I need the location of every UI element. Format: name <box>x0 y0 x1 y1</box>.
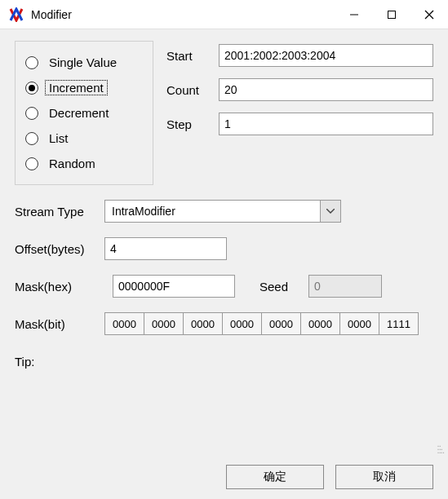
maximize-button[interactable] <box>373 0 410 29</box>
mask-bit-cell[interactable]: 0000 <box>183 312 223 335</box>
radio-icon <box>25 107 38 120</box>
radio-label: Random <box>49 157 95 170</box>
minimize-button[interactable] <box>335 0 373 29</box>
offset-input[interactable] <box>104 237 227 260</box>
mask-bit-cell[interactable]: 0000 <box>339 312 379 335</box>
radio-decrement[interactable]: Decrement <box>24 100 140 126</box>
radio-icon <box>25 157 38 170</box>
stream-type-label: Stream Type <box>15 205 104 219</box>
radio-label: List <box>49 131 68 145</box>
radio-label: Decrement <box>49 106 109 120</box>
window-title: Modifier <box>31 8 335 21</box>
seed-label: Seed <box>259 280 300 294</box>
mask-bit-label: Mask(bit) <box>15 317 104 331</box>
app-icon <box>8 7 24 23</box>
count-label: Count <box>166 83 219 97</box>
radio-label: Single Value <box>49 55 117 69</box>
content-area: Single Value Increment Decrement List Ra… <box>0 29 448 499</box>
radio-icon <box>25 56 38 69</box>
seed-input <box>308 275 382 298</box>
radio-single-value[interactable]: Single Value <box>24 50 140 75</box>
resize-grip-icon[interactable]: . .. . .. . . . <box>437 442 443 452</box>
start-label: Start <box>166 49 219 63</box>
step-label: Step <box>166 117 219 131</box>
radio-label: Increment <box>49 81 104 95</box>
mask-bit-cell[interactable]: 0000 <box>144 312 184 335</box>
stream-type-select[interactable]: IntraModifier <box>104 200 341 223</box>
radio-increment[interactable]: Increment <box>24 75 140 100</box>
params-panel: Start Count Step <box>166 41 433 185</box>
ok-button[interactable]: 确定 <box>226 465 324 489</box>
radio-icon <box>25 132 38 145</box>
offset-label: Offset(bytes) <box>15 242 104 256</box>
radio-random[interactable]: Random <box>24 151 140 176</box>
mask-bit-cell[interactable]: 0000 <box>300 312 340 335</box>
titlebar: Modifier <box>0 0 448 29</box>
radio-icon <box>25 82 38 95</box>
mask-hex-label: Mask(hex) <box>15 280 104 294</box>
chevron-down-icon[interactable] <box>320 200 341 223</box>
svg-rect-1 <box>388 11 396 18</box>
step-input[interactable] <box>219 113 433 135</box>
close-button[interactable] <box>410 0 448 29</box>
stream-type-value: IntraModifier <box>104 200 320 223</box>
start-input[interactable] <box>219 44 433 67</box>
mask-bit-cell[interactable]: 0000 <box>261 312 301 335</box>
tip-label: Tip: <box>15 355 433 369</box>
mask-bit-cell[interactable]: 0000 <box>104 312 144 335</box>
radio-list[interactable]: List <box>24 126 140 151</box>
cancel-button[interactable]: 取消 <box>335 465 433 489</box>
mask-hex-input[interactable] <box>113 275 235 298</box>
count-input[interactable] <box>219 78 433 101</box>
button-bar: 确定 取消 <box>226 465 433 489</box>
mask-bit-cell[interactable]: 0000 <box>222 312 262 335</box>
mask-bit-cells: 0000 0000 0000 0000 0000 0000 0000 1111 <box>104 312 419 335</box>
mask-bit-cell[interactable]: 1111 <box>379 312 419 335</box>
modifier-type-group: Single Value Increment Decrement List Ra… <box>15 41 153 185</box>
